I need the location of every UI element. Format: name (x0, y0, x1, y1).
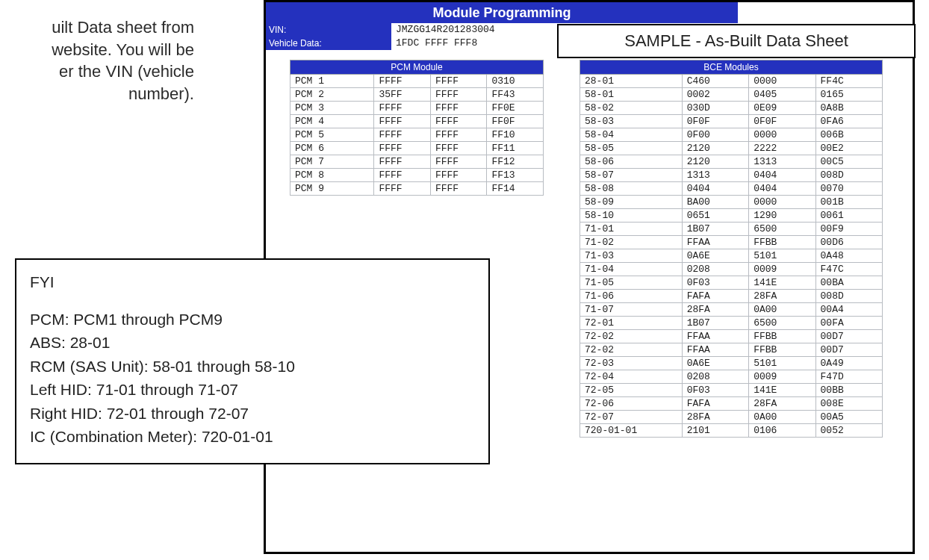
row-value: 00FA (815, 317, 882, 330)
row-value: 00C5 (815, 155, 882, 169)
row-value: 2222 (749, 142, 815, 155)
row-value: 0F00 (682, 128, 748, 142)
row-value: 00D7 (815, 343, 882, 357)
row-value: FFFF (374, 128, 431, 142)
table-row: 72-0728FA0A0000A5 (580, 411, 883, 424)
bce-modules-table: BCE Modules 28-01C4600000FF4C58-01000204… (580, 60, 883, 438)
table-row: 58-10065112900061 (580, 209, 883, 223)
table-row: 72-011B07650000FA (580, 317, 883, 330)
row-value: 0F03 (682, 384, 748, 397)
row-id: 71-05 (580, 276, 683, 290)
row-value: F47C (815, 263, 882, 276)
row-id: PCM 9 (290, 182, 374, 196)
row-value: 00BA (815, 276, 882, 290)
row-value: FFFF (374, 182, 431, 196)
row-value: 28FA (682, 411, 748, 424)
row-id: 71-06 (580, 290, 683, 303)
row-value: 0FA6 (815, 115, 882, 128)
row-value: FFFF (430, 169, 487, 182)
fyi-title: FYI (30, 270, 475, 294)
table-row: 72-030A6E51010A49 (580, 357, 883, 370)
table-row: 71-011B07650000F9 (580, 223, 883, 236)
table-row: PCM 6FFFFFFFFFF11 (290, 142, 544, 155)
row-id: PCM 1 (290, 75, 374, 88)
row-id: 71-04 (580, 263, 683, 276)
row-value: 0009 (749, 263, 815, 276)
row-id: 72-06 (580, 397, 683, 411)
row-value: FF11 (487, 142, 544, 155)
table-row: 71-030A6E51010A48 (580, 249, 883, 263)
row-value: FFFF (374, 155, 431, 169)
table-row: 58-01000204050165 (580, 88, 883, 102)
row-value: 35FF (374, 88, 431, 102)
row-value: 0F0F (749, 115, 815, 128)
row-id: PCM 4 (290, 115, 374, 128)
table-row: PCM 8FFFFFFFFFF13 (290, 169, 544, 182)
row-value: 0A8B (815, 102, 882, 115)
table-row: 71-06FAFA28FA008D (580, 290, 883, 303)
row-value: FF14 (487, 182, 544, 196)
row-value: FFFF (430, 182, 487, 196)
row-value: 001B (815, 196, 882, 209)
row-value: FAFA (682, 290, 748, 303)
row-value: 5101 (749, 249, 815, 263)
table-row: 58-02030D0E090A8B (580, 102, 883, 115)
row-id: PCM 2 (290, 88, 374, 102)
table-row: 58-030F0F0F0F0FA6 (580, 115, 883, 128)
row-value: 0A00 (749, 303, 815, 317)
row-value: 1B07 (682, 223, 748, 236)
row-value: 0651 (682, 209, 748, 223)
row-value: 5101 (749, 357, 815, 370)
table-row: PCM 1FFFFFFFF0310 (290, 75, 544, 88)
row-id: 58-07 (580, 169, 683, 182)
row-value: 008D (815, 290, 882, 303)
table-row: 58-0713130404008D (580, 169, 883, 182)
row-value: FFFF (374, 142, 431, 155)
vehicle-data-label: Vehicle Data: (266, 37, 391, 50)
row-value: FF0F (487, 115, 544, 128)
row-value: 28FA (749, 290, 815, 303)
row-value: FFFF (430, 75, 487, 88)
row-value: 28FA (749, 397, 815, 411)
row-value: 0009 (749, 370, 815, 384)
fyi-line: Right HID: 72-01 through 72-07 (30, 402, 475, 426)
row-id: 72-02 (580, 330, 683, 343)
row-value: 0165 (815, 88, 882, 102)
table-row: PCM 235FFFFFFFF43 (290, 88, 544, 102)
row-value: 0000 (749, 196, 815, 209)
row-value: 2120 (682, 142, 748, 155)
row-id: 58-04 (580, 128, 683, 142)
row-id: PCM 6 (290, 142, 374, 155)
row-value: F47D (815, 370, 882, 384)
table-row: PCM 7FFFFFFFFFF12 (290, 155, 544, 169)
row-value: FFAA (682, 236, 748, 249)
fyi-line: Left HID: 71-01 through 71-07 (30, 378, 475, 402)
row-id: 72-05 (580, 384, 683, 397)
row-value: 0000 (749, 75, 815, 88)
row-id: PCM 8 (290, 169, 374, 182)
row-value: 00A5 (815, 411, 882, 424)
row-value: BA00 (682, 196, 748, 209)
row-value: 0A6E (682, 357, 748, 370)
pcm-table-header: PCM Module (290, 60, 544, 75)
row-value: 0208 (682, 263, 748, 276)
row-id: 28-01 (580, 75, 683, 88)
row-value: 2120 (682, 155, 748, 169)
row-value: FF0E (487, 102, 544, 115)
row-value: 28FA (682, 303, 748, 317)
row-value: 0F03 (682, 276, 748, 290)
row-value: FF43 (487, 88, 544, 102)
row-value: 006B (815, 128, 882, 142)
row-value: FFBB (749, 236, 815, 249)
row-id: 71-01 (580, 223, 683, 236)
row-value: 0070 (815, 182, 882, 196)
row-id: 72-02 (580, 343, 683, 357)
row-id: 58-01 (580, 88, 683, 102)
row-value: 00D7 (815, 330, 882, 343)
row-value: 0310 (487, 75, 544, 88)
row-id: 71-07 (580, 303, 683, 317)
row-value: 0000 (749, 128, 815, 142)
fyi-line: ABS: 28-01 (30, 331, 475, 355)
row-value: 0A00 (749, 411, 815, 424)
row-id: 58-05 (580, 142, 683, 155)
